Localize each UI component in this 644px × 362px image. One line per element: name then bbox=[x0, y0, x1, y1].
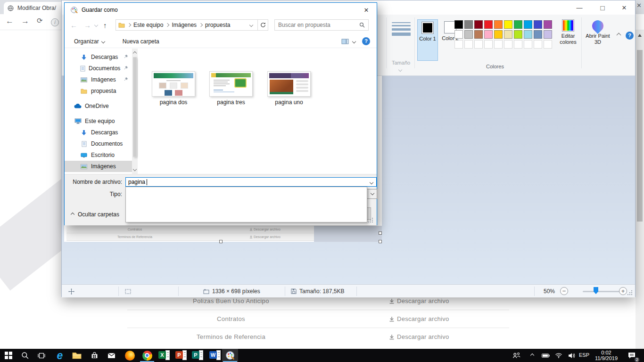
canvas-resize-handle-right[interactable] bbox=[379, 231, 382, 235]
zoom-out-button[interactable]: − bbox=[560, 287, 568, 295]
palette-swatch[interactable] bbox=[534, 20, 542, 29]
tray-expand-button[interactable] bbox=[527, 350, 538, 361]
color1-button[interactable]: Color 1 bbox=[417, 19, 438, 61]
sidebar-item-descargas[interactable]: Descargas bbox=[65, 51, 132, 63]
start-button[interactable] bbox=[3, 350, 14, 361]
filename-autocomplete-dropdown[interactable] bbox=[125, 187, 367, 222]
taskbar-clock[interactable]: 0:02 11/9/2019 bbox=[592, 350, 621, 361]
view-mode-icon[interactable] bbox=[341, 38, 349, 45]
filename-dropdown-icon[interactable] bbox=[370, 181, 373, 184]
breadcrumb-dropdown-icon[interactable] bbox=[249, 23, 253, 27]
mail-taskbar-icon[interactable] bbox=[106, 350, 117, 361]
file-explorer-taskbar-icon[interactable] bbox=[71, 350, 83, 361]
taskbar-search-button[interactable] bbox=[19, 350, 31, 361]
dialog-help-icon[interactable]: ? bbox=[362, 37, 370, 45]
palette-swatch[interactable] bbox=[524, 20, 532, 29]
palette-swatch[interactable] bbox=[454, 20, 463, 29]
sidebar-item-documentos[interactable]: Documentos bbox=[65, 63, 132, 74]
palette-swatch[interactable] bbox=[464, 30, 473, 39]
sidebar-item-documentos-2[interactable]: Documentos bbox=[65, 138, 132, 149]
sidebar-item-imagenes[interactable]: Imágenes bbox=[65, 74, 132, 85]
organize-button[interactable]: Organizar bbox=[74, 38, 99, 45]
action-center-button[interactable]: 2 bbox=[626, 350, 637, 361]
people-tray-icon[interactable] bbox=[511, 350, 522, 361]
sidebar-item-imagenes-2[interactable]: Imágenes bbox=[65, 161, 132, 172]
download-link[interactable]: Descargar archivo bbox=[389, 297, 449, 304]
palette-swatch[interactable] bbox=[484, 30, 493, 39]
view-mode-dropdown-icon[interactable] bbox=[352, 39, 356, 43]
edge-taskbar-icon[interactable]: e bbox=[54, 350, 66, 361]
task-view-button[interactable] bbox=[36, 350, 47, 361]
nav-forward-icon[interactable]: → bbox=[84, 21, 91, 29]
hide-folders-button[interactable]: Ocultar carpetas bbox=[71, 211, 119, 218]
palette-swatch[interactable] bbox=[464, 20, 473, 29]
zoom-slider-handle[interactable] bbox=[594, 287, 598, 294]
palette-swatch[interactable] bbox=[514, 20, 522, 29]
breadcrumb-item[interactable]: Este equipo bbox=[133, 22, 163, 28]
sidebar-item-escritorio[interactable]: Escritorio bbox=[65, 149, 132, 161]
palette-swatch[interactable] bbox=[474, 30, 483, 39]
window-resize-grip[interactable] bbox=[631, 294, 632, 295]
palette-swatch[interactable] bbox=[544, 30, 552, 39]
browser-back-icon[interactable]: ← bbox=[6, 16, 14, 26]
minimize-icon[interactable]: — bbox=[569, 0, 590, 15]
nav-back-icon[interactable]: ← bbox=[70, 21, 77, 29]
open-paint3d-button[interactable]: Abrir Paint 3D bbox=[584, 19, 611, 45]
edit-colors-button[interactable]: Editar colores bbox=[554, 19, 582, 45]
scrollbar-up-icon[interactable] bbox=[638, 34, 642, 37]
paint-taskbar-icon[interactable] bbox=[224, 350, 236, 361]
word-taskbar-icon[interactable]: W bbox=[209, 350, 221, 361]
language-indicator[interactable]: ESP bbox=[579, 352, 589, 358]
search-box[interactable] bbox=[274, 19, 369, 31]
excel-taskbar-icon[interactable]: X bbox=[158, 350, 170, 361]
browser-reload-icon[interactable]: ⟳ bbox=[37, 16, 43, 25]
dialog-close-icon[interactable]: ✕ bbox=[356, 3, 377, 17]
volume-tray-icon[interactable] bbox=[566, 350, 577, 361]
sidebar-item-onedrive[interactable]: OneDrive bbox=[65, 100, 132, 112]
collapse-ribbon-icon[interactable] bbox=[617, 33, 621, 38]
maximize-icon[interactable]: □ bbox=[592, 0, 613, 15]
palette-swatch[interactable] bbox=[504, 20, 512, 29]
download-link[interactable]: Descargar archivo bbox=[389, 315, 449, 322]
sidebar-scrollbar[interactable] bbox=[132, 49, 138, 174]
palette-swatch[interactable] bbox=[494, 30, 503, 39]
canvas-resize-handle-bottom[interactable] bbox=[219, 240, 223, 243]
palette-swatch[interactable] bbox=[494, 20, 503, 29]
refresh-button[interactable] bbox=[258, 19, 268, 31]
file-item[interactable]: pagina dos bbox=[148, 71, 199, 106]
palette-swatch[interactable] bbox=[484, 20, 493, 29]
chrome-taskbar-icon[interactable] bbox=[141, 350, 153, 361]
palette-swatch[interactable] bbox=[514, 30, 522, 39]
palette-swatch[interactable] bbox=[534, 30, 542, 39]
breadcrumb-item[interactable]: propuesta bbox=[205, 22, 230, 28]
sidebar-scrollbar-thumb[interactable] bbox=[133, 57, 137, 157]
paint-help-icon[interactable]: ? bbox=[626, 32, 634, 40]
new-folder-button[interactable]: Nueva carpeta bbox=[123, 38, 159, 45]
sidebar-item-este-equipo[interactable]: Este equipo bbox=[65, 115, 132, 127]
breadcrumb[interactable]: Este equipo Imágenes propuesta bbox=[116, 19, 258, 31]
palette-swatch[interactable] bbox=[504, 30, 512, 39]
battery-tray-icon[interactable] bbox=[540, 350, 551, 361]
close-icon[interactable]: ✕ bbox=[613, 0, 635, 15]
browser-scrollbar[interactable] bbox=[636, 30, 644, 349]
filetype-dropdown-icon[interactable] bbox=[368, 189, 377, 198]
scrollbar-thumb[interactable] bbox=[637, 50, 643, 222]
nav-history-icon[interactable] bbox=[94, 23, 98, 27]
palette-swatch[interactable] bbox=[524, 30, 532, 39]
browser-close-icon[interactable]: ✕ bbox=[636, 2, 642, 9]
dialog-resize-grip[interactable] bbox=[372, 222, 373, 222]
canvas-resize-handle-corner[interactable] bbox=[379, 240, 382, 243]
download-link[interactable]: Descargar archivo bbox=[389, 333, 449, 340]
search-input[interactable] bbox=[275, 22, 359, 28]
browser-forward-icon[interactable]: → bbox=[21, 16, 29, 26]
breadcrumb-item[interactable]: Imágenes bbox=[172, 22, 197, 28]
wifi-tray-icon[interactable] bbox=[553, 350, 564, 361]
palette-swatch[interactable] bbox=[544, 20, 552, 29]
firefox-taskbar-icon[interactable] bbox=[124, 350, 135, 361]
zoom-in-button[interactable]: + bbox=[619, 287, 627, 295]
store-taskbar-icon[interactable] bbox=[89, 350, 100, 361]
palette-swatch[interactable] bbox=[454, 30, 463, 39]
publisher-taskbar-icon[interactable]: P bbox=[192, 350, 203, 361]
palette-swatch[interactable] bbox=[474, 20, 483, 29]
site-info-icon[interactable]: i bbox=[51, 18, 59, 26]
